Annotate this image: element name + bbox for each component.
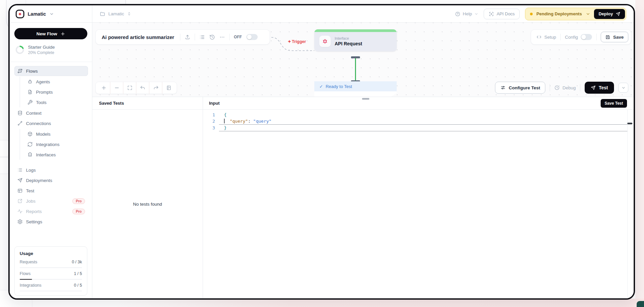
- sidebar-item-context[interactable]: Context: [14, 108, 88, 118]
- undo-button[interactable]: [136, 82, 149, 94]
- sidebar-item-reports[interactable]: ReportsPro: [14, 206, 88, 216]
- sidebar-item-label: Interfaces: [36, 152, 56, 157]
- saved-tests-empty-message: No tests found: [92, 110, 203, 298]
- sidebar-item-interfaces[interactable]: Interfaces: [24, 150, 88, 160]
- chevrons-up-down-icon: [127, 12, 131, 16]
- sliders-icon: [500, 85, 506, 90]
- prompts-icon: [27, 89, 33, 95]
- api-docs-button[interactable]: API Docs: [484, 9, 520, 19]
- brand-name: Lamatic: [28, 11, 46, 17]
- sidebar-item-logs[interactable]: Logs: [14, 165, 88, 175]
- sidebar-item-label: Models: [36, 132, 51, 137]
- sidebar-subgroup: ModelsIntegrationsInterfaces: [20, 129, 88, 160]
- input-title: Input: [209, 101, 220, 106]
- more-icon[interactable]: [219, 34, 225, 40]
- folder-icon: [100, 11, 105, 17]
- sidebar-item-tools[interactable]: Tools: [24, 97, 88, 107]
- line-number: 3: [203, 125, 219, 131]
- sidebar-item-label: Reports: [26, 209, 42, 214]
- sidebar-item-test[interactable]: Test: [14, 186, 88, 196]
- trigger-label: ✦Trigger: [288, 39, 306, 44]
- node-category: Interface: [335, 36, 362, 40]
- usage-card: Usage Requests0 / 3kFlows1 / 5Integratio…: [14, 246, 87, 296]
- usage-row: Requests0 / 3k: [20, 260, 82, 268]
- test-options-button[interactable]: [618, 83, 628, 93]
- workspace-switcher[interactable]: Lamatic: [100, 11, 131, 17]
- save-test-button[interactable]: Save Test: [601, 99, 627, 108]
- debug-button[interactable]: Debug: [554, 85, 576, 90]
- sidebar-item-prompts[interactable]: Prompts: [24, 87, 88, 97]
- sidebar-item-agents[interactable]: Agents: [24, 77, 88, 87]
- list-icon[interactable]: [199, 34, 205, 40]
- sidebar-item-label: Prompts: [36, 90, 53, 95]
- sidebar-item-deployments[interactable]: Deployments: [14, 175, 88, 185]
- sidebar-item-models[interactable]: Models: [24, 129, 88, 139]
- saved-tests-section: Saved Tests No tests found: [92, 97, 203, 298]
- divider: [596, 34, 597, 40]
- usage-value: 0 / 5: [74, 283, 82, 288]
- help-menu[interactable]: Help: [455, 11, 478, 17]
- code-line[interactable]: 3}: [203, 125, 634, 131]
- flow-header-card: Ai powered article summarizer: [95, 29, 270, 45]
- test-icon: [17, 188, 23, 193]
- starter-guide[interactable]: Starter Guide 20% Complete: [16, 45, 86, 55]
- test-button[interactable]: Test: [585, 82, 614, 94]
- redo-button[interactable]: [149, 82, 162, 94]
- logs-icon: [17, 167, 23, 173]
- editor-scrollbar-track[interactable]: [627, 110, 628, 298]
- usage-row: Integrations0 / 5: [20, 283, 82, 291]
- chevron-down-icon[interactable]: [586, 12, 590, 16]
- code-line[interactable]: 2 "query": "query": [203, 118, 634, 125]
- setup-button[interactable]: Setup: [536, 34, 556, 40]
- node-status-strip: [314, 29, 397, 32]
- sidebar-header[interactable]: ◆ Lamatic: [10, 5, 92, 23]
- editor-scrollbar-thumb[interactable]: [627, 123, 632, 124]
- flow-canvas[interactable]: Ai powered article summarizer: [92, 23, 634, 97]
- main-area: Lamatic Help API Docs Pendin: [92, 5, 634, 298]
- setup-config-card: Setup Config Save: [531, 29, 631, 45]
- config-toggle[interactable]: [581, 34, 592, 40]
- deployments-icon: [17, 178, 23, 183]
- sidebar-item-jobs[interactable]: JobsPro: [14, 196, 88, 206]
- progress-ring-icon: [16, 46, 24, 54]
- interface-node-icon: [319, 36, 331, 47]
- chevron-down-icon[interactable]: [49, 12, 54, 16]
- history-icon[interactable]: [209, 34, 215, 40]
- sidebar-item-label: Agents: [36, 79, 50, 84]
- lamatic-logo-icon: ◆: [16, 10, 24, 18]
- usage-title: Usage: [20, 251, 82, 256]
- sidebar-item-settings[interactable]: Settings: [14, 217, 88, 227]
- code-line[interactable]: 1{: [203, 112, 634, 118]
- usage-label: Flows: [20, 271, 31, 276]
- deploy-label: Deploy: [599, 11, 613, 16]
- new-flow-button[interactable]: New Flow: [14, 28, 87, 39]
- save-button[interactable]: Save: [601, 32, 628, 42]
- api-request-node[interactable]: Interface API Request: [314, 29, 397, 51]
- code-content: "query": "query": [219, 118, 628, 125]
- input-section: Input Save Test 1{2 "query": "query"3}: [203, 97, 634, 298]
- sidebar-item-label: Settings: [26, 219, 42, 224]
- notes-button[interactable]: [162, 82, 175, 94]
- new-flow-label: New Flow: [36, 31, 57, 36]
- sidebar-item-flows[interactable]: Flows: [14, 66, 88, 76]
- flow-enable-toggle[interactable]: [246, 34, 258, 40]
- sidebar-item-connections[interactable]: Connections: [14, 118, 88, 128]
- divider: [229, 34, 230, 40]
- input-code-editor[interactable]: 1{2 "query": "query"3}: [203, 110, 634, 131]
- zoom-out-button[interactable]: [110, 82, 123, 94]
- zoom-in-button[interactable]: [97, 82, 110, 94]
- help-label: Help: [463, 11, 472, 16]
- sidebar-item-integrations[interactable]: Integrations: [24, 139, 88, 149]
- deploy-button[interactable]: Deploy: [594, 9, 625, 19]
- share-icon[interactable]: [185, 34, 190, 40]
- chevron-down-icon: [474, 12, 478, 16]
- canvas-toolbar: [95, 82, 177, 94]
- spark-icon: ✦: [288, 39, 291, 44]
- send-icon: [591, 85, 596, 90]
- topbar-right: Help API Docs Pending Deployments: [455, 8, 626, 20]
- connector-handle-top[interactable]: [351, 56, 360, 58]
- clock-icon: [554, 85, 560, 90]
- nav-spacer: [14, 160, 88, 165]
- fit-view-button[interactable]: [123, 82, 136, 94]
- configure-test-button[interactable]: Configure Test: [495, 82, 545, 94]
